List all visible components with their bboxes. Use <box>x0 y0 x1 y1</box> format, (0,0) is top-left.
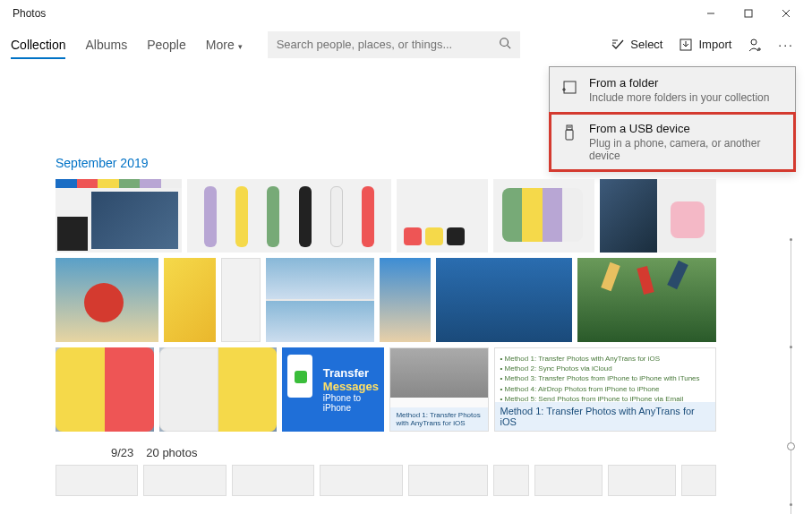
photo-thumb[interactable]: Transfer Messages iPhone to iPhone <box>282 347 385 432</box>
close-button[interactable] <box>767 1 805 26</box>
photo-thumb[interactable] <box>577 258 716 342</box>
tab-people[interactable]: People <box>147 32 186 57</box>
more-options-button[interactable]: ··· <box>778 38 794 52</box>
svg-point-9 <box>751 39 756 45</box>
svg-point-4 <box>500 38 508 46</box>
tab-more[interactable]: More▾ <box>206 32 243 57</box>
photo-thumb[interactable] <box>159 347 277 432</box>
photo-thumb[interactable] <box>436 258 573 342</box>
timeline-tick[interactable] <box>790 238 792 241</box>
timeline-marker[interactable] <box>787 442 795 450</box>
photo-thumb[interactable]: Method 1: Transfer Photos with AnyTrans … <box>389 347 488 432</box>
photo-thumb[interactable] <box>143 465 226 496</box>
search-icon[interactable] <box>499 37 511 53</box>
photo-thumb[interactable] <box>56 258 158 342</box>
photo-thumb[interactable]: • Method 1: Transfer Photos with AnyTran… <box>494 347 717 432</box>
photo-thumb[interactable] <box>56 347 154 432</box>
photo-thumb[interactable] <box>534 465 603 496</box>
photo-thumb[interactable] <box>187 179 390 253</box>
timeline-tick[interactable] <box>790 346 792 348</box>
minimize-button[interactable] <box>692 1 730 26</box>
photo-thumb[interactable] <box>681 465 716 496</box>
search-input-container[interactable] <box>268 31 520 58</box>
photo-thumb[interactable] <box>608 465 676 496</box>
photo-thumb[interactable] <box>164 258 216 342</box>
ellipsis-icon: ··· <box>778 38 794 52</box>
svg-rect-1 <box>745 10 752 17</box>
account-button[interactable] <box>748 38 762 52</box>
photo-thumb[interactable] <box>408 465 488 496</box>
photo-thumb[interactable] <box>397 179 488 253</box>
maximize-button[interactable] <box>730 1 767 26</box>
chevron-down-icon: ▾ <box>238 42 243 51</box>
photo-thumb[interactable] <box>56 465 138 496</box>
photo-thumb[interactable] <box>320 465 402 496</box>
photo-thumb[interactable] <box>380 258 430 342</box>
search-input[interactable] <box>277 38 499 51</box>
person-icon <box>748 38 762 52</box>
photo-thumb[interactable] <box>232 465 314 496</box>
timeline-tick[interactable] <box>790 503 792 506</box>
select-button[interactable]: Select <box>611 38 662 52</box>
timeline-scrubber[interactable]: 2017 <box>783 238 799 514</box>
select-icon <box>611 38 625 52</box>
tab-collection[interactable]: Collection <box>11 32 65 57</box>
window-title: Photos <box>7 7 46 20</box>
subsection-count: 20 photos <box>146 446 197 459</box>
photo-thumb[interactable] <box>56 179 182 253</box>
photo-thumb[interactable] <box>221 258 261 342</box>
svg-line-5 <box>507 45 510 48</box>
photo-thumb[interactable] <box>266 258 375 342</box>
photo-thumb[interactable] <box>493 465 530 496</box>
photo-thumb[interactable] <box>493 179 594 253</box>
import-button[interactable]: Import <box>679 38 731 52</box>
subsection-date[interactable]: 9/23 <box>111 446 133 459</box>
section-date-title[interactable]: September 2019 <box>0 63 812 179</box>
import-icon <box>679 38 693 52</box>
photo-thumb[interactable] <box>600 179 716 253</box>
tab-albums[interactable]: Albums <box>85 32 127 57</box>
